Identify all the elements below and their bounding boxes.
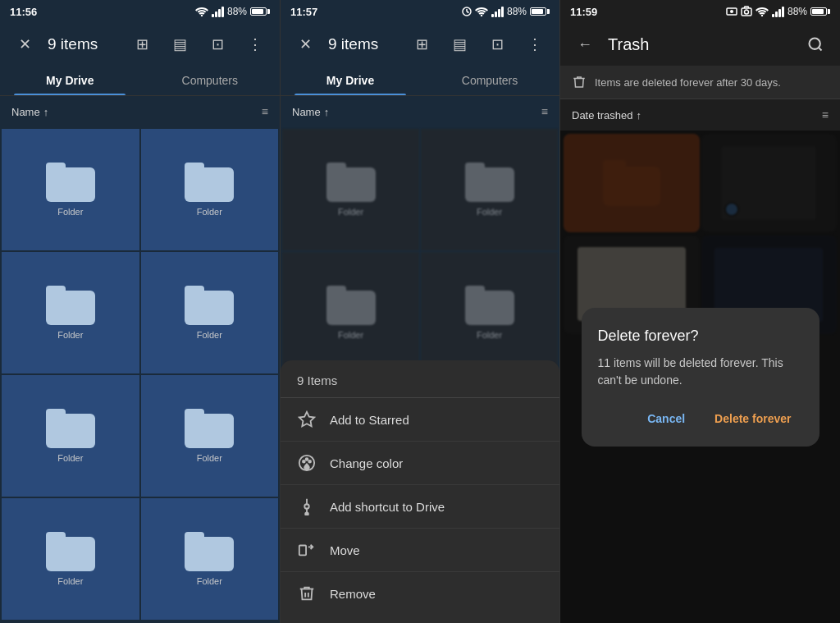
tab-my-drive-1[interactable]: My Drive xyxy=(0,66,140,95)
svg-point-7 xyxy=(303,460,305,463)
folder-cell-4[interactable]: Folder xyxy=(141,252,279,373)
sort-bar-2: Name ↑ ≡ xyxy=(281,96,559,127)
cancel-button[interactable]: Cancel xyxy=(636,405,696,432)
tab-computers-1[interactable]: Computers xyxy=(140,66,281,95)
sort-bar-1: Name ↑ ≡ xyxy=(0,96,280,127)
status-icons-2: 88% xyxy=(462,6,550,17)
menu-item-move[interactable]: Move xyxy=(281,529,559,572)
battery-text-2: 88% xyxy=(507,6,527,17)
folder-grid-1: Folder Folder Folder xyxy=(0,127,280,623)
svg-point-17 xyxy=(761,15,763,16)
menu-item-remove-label: Remove xyxy=(330,587,376,601)
folder-icon-8 xyxy=(185,532,234,571)
grid-icon-2[interactable]: ⊞ xyxy=(407,30,436,59)
folder-cell-5[interactable]: Folder xyxy=(2,375,139,497)
search-button-3[interactable] xyxy=(801,30,830,59)
folder-icon-2-1 xyxy=(326,163,376,202)
dialog-actions: Cancel Delete forever xyxy=(598,405,803,432)
wifi-icon-3 xyxy=(756,7,769,16)
battery-text-1: 88% xyxy=(227,6,247,17)
status-bar-1: 11:56 88% xyxy=(0,0,280,23)
tab-computers-2[interactable]: Computers xyxy=(420,66,559,95)
select-all-icon-1[interactable]: ⊡ xyxy=(203,30,232,59)
dialog-title: Delete forever? xyxy=(598,328,803,345)
menu-item-move-label: Move xyxy=(330,543,360,557)
folder-icon-2-4 xyxy=(465,286,514,325)
back-button-3[interactable]: ← xyxy=(570,30,600,59)
panel-2: 11:57 88% xyxy=(280,0,559,623)
folder-label-1: Folder xyxy=(48,207,93,217)
dialog-body: 11 items will be deleted forever. This c… xyxy=(598,355,803,389)
folder-icon-2 xyxy=(185,163,234,202)
palette-icon xyxy=(297,453,317,473)
folder-label-7: Folder xyxy=(48,576,93,586)
more-icon-2[interactable]: ⋮ xyxy=(520,30,550,59)
delete-forever-button[interactable]: Delete forever xyxy=(703,405,802,432)
battery-icon-2 xyxy=(530,7,550,16)
svg-point-4 xyxy=(481,15,482,16)
menu-item-remove[interactable]: Remove xyxy=(281,572,559,615)
star-icon xyxy=(297,410,317,429)
close-button-2[interactable]: ✕ xyxy=(290,30,320,59)
page-title-3: Trash xyxy=(608,35,792,54)
folder-cell-1[interactable]: Folder xyxy=(2,129,139,250)
context-menu: 9 Items Add to Starred xyxy=(281,360,559,623)
sort-label-3: Date trashed ↑ xyxy=(572,109,641,121)
status-bar-3: 11:59 88% xyxy=(560,0,840,23)
status-icons-1: 88% xyxy=(195,6,270,17)
trash-info-icon xyxy=(572,74,587,90)
signal-icon-1 xyxy=(212,7,224,17)
signal-icon-2 xyxy=(491,7,504,17)
shortcut-icon xyxy=(297,497,317,516)
delete-dialog: Delete forever? 11 items will be deleted… xyxy=(582,308,819,447)
sort-label-2: Name ↑ xyxy=(292,106,329,118)
panel-1: 11:56 88% ✕ 9 items ⊞ ▤ xyxy=(0,0,280,623)
more-icon-1[interactable]: ⋮ xyxy=(240,30,270,59)
svg-point-18 xyxy=(810,39,820,49)
folder-label-5: Folder xyxy=(48,453,93,463)
panel-3: 11:59 88% xyxy=(559,0,840,623)
list-view-icon-1[interactable]: ≡ xyxy=(262,105,268,118)
svg-point-14 xyxy=(730,10,733,13)
folder-cell-2[interactable]: Folder xyxy=(141,129,279,250)
svg-point-8 xyxy=(306,458,308,460)
folder-cell-8[interactable]: Folder xyxy=(141,498,279,620)
close-button-1[interactable]: ✕ xyxy=(10,30,39,59)
folder-cell-3[interactable]: Folder xyxy=(2,252,139,373)
trash-info-text: Items are deleted forever after 30 days. xyxy=(595,76,781,89)
trash-info-bar: Items are deleted forever after 30 days. xyxy=(560,66,840,99)
menu-item-starred-label: Add to Starred xyxy=(330,413,409,427)
signal-icon-3 xyxy=(772,7,784,17)
layout-icon-2[interactable]: ▤ xyxy=(445,30,474,59)
svg-line-3 xyxy=(467,11,469,13)
svg-point-0 xyxy=(201,15,203,16)
svg-point-9 xyxy=(308,460,311,463)
grid-icon-1[interactable]: ⊞ xyxy=(127,30,157,59)
menu-item-color[interactable]: Change color xyxy=(281,442,559,485)
tabs-2: My Drive Computers xyxy=(281,66,559,96)
folder-cell-2-4: Folder xyxy=(421,252,558,373)
folder-cell-6[interactable]: Folder xyxy=(141,375,279,497)
folder-grid-2: Folder Folder Folder xyxy=(281,127,559,623)
camera-icon-3 xyxy=(741,6,752,17)
folder-icon-4 xyxy=(185,286,234,325)
list-view-icon-2[interactable]: ≡ xyxy=(541,105,548,118)
folder-cell-7[interactable]: Folder xyxy=(2,498,139,620)
select-all-icon-2[interactable]: ⊡ xyxy=(482,30,512,59)
media-icon-3 xyxy=(726,7,737,16)
clock-icon-2 xyxy=(462,7,472,16)
layout-icon-1[interactable]: ▤ xyxy=(165,30,194,59)
menu-item-starred[interactable]: Add to Starred xyxy=(281,398,559,442)
status-icons-3: 88% xyxy=(726,6,830,17)
tabs-1: My Drive Computers xyxy=(0,66,280,96)
folder-label-4: Folder xyxy=(187,330,231,340)
folder-cell-2-1: Folder xyxy=(282,129,419,250)
folder-label-2: Folder xyxy=(187,207,231,217)
tab-my-drive-2[interactable]: My Drive xyxy=(281,66,420,95)
list-view-icon-3[interactable]: ≡ xyxy=(822,108,829,121)
item-count-1: 9 items xyxy=(48,35,119,53)
menu-item-shortcut[interactable]: Add shortcut to Drive xyxy=(281,485,559,529)
menu-item-color-label: Change color xyxy=(330,456,403,470)
battery-icon-1 xyxy=(250,7,270,16)
sort-label-1: Name ↑ xyxy=(11,106,48,118)
